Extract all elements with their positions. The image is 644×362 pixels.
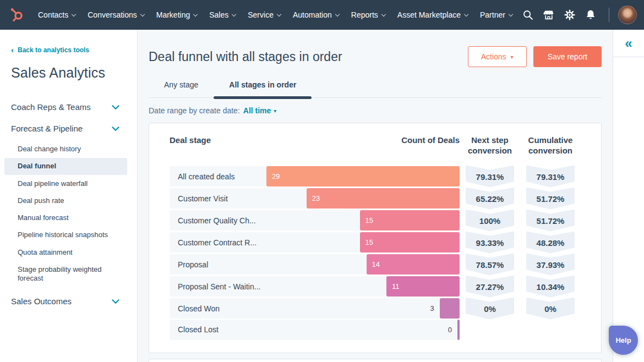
stage-strip[interactable]: Closed Lost0 xyxy=(170,320,460,340)
nav-item-contacts[interactable]: Contacts xyxy=(32,0,81,30)
sidebar-item-deal-pipeline-waterfall[interactable]: Deal pipeline waterfall xyxy=(4,175,127,192)
stage-label: Customer Quality Ch... xyxy=(170,216,256,225)
next-step-conversion-badge: 65.22% xyxy=(466,188,514,210)
sidebar-nav: Coach Reps & TeamsForecast & PipelineDea… xyxy=(0,96,137,312)
nav-item-service[interactable]: Service xyxy=(242,0,287,30)
stage-bar[interactable]: 23 xyxy=(307,188,460,209)
chevron-down-icon xyxy=(277,12,281,16)
stage-bar[interactable]: 14 xyxy=(367,254,460,275)
date-range-dropdown[interactable]: All time ▾ xyxy=(243,106,277,115)
stage-bar[interactable] xyxy=(457,320,460,340)
actions-button[interactable]: Actions ▾ xyxy=(468,46,527,67)
right-rail-header: « xyxy=(613,30,644,57)
sidebar-section-label: Forecast & Pipeline xyxy=(11,124,83,133)
funnel-row-closed-lost: Closed Lost0 xyxy=(170,320,581,340)
settings-icon[interactable] xyxy=(560,6,579,24)
nav-item-label: Sales xyxy=(209,10,228,19)
next-step-conversion-badge: 93.33% xyxy=(466,232,514,254)
chevron-down-icon xyxy=(509,12,513,16)
nav-item-automation[interactable]: Automation xyxy=(287,0,345,30)
actions-button-label: Actions xyxy=(481,52,506,61)
stage-strip[interactable]: Customer Contract R...15 xyxy=(170,232,460,253)
stage-strip[interactable]: Customer Visit23 xyxy=(170,188,460,209)
nav-divider xyxy=(609,8,609,22)
sidebar-section-forecast-pipeline[interactable]: Forecast & Pipeline xyxy=(0,118,137,139)
cumulative-conversion-badge-cell: 79.31% xyxy=(520,166,581,188)
deal-count: 23 xyxy=(307,194,320,202)
cumulative-conversion-badge: 0% xyxy=(526,298,575,320)
cumulative-conversion-badge-cell: 10.34% xyxy=(520,276,581,298)
stage-bar[interactable]: 29 xyxy=(266,166,460,187)
stage-strip[interactable]: Proposal14 xyxy=(170,254,460,275)
nav-item-label: Contacts xyxy=(38,10,68,19)
chevron-down-icon xyxy=(112,102,119,112)
search-icon[interactable] xyxy=(519,6,537,24)
sidebar-section-coach-reps-teams[interactable]: Coach Reps & Teams xyxy=(0,96,137,118)
sidebar-section-label: Coach Reps & Teams xyxy=(11,102,91,112)
page-title: Deal funnel with all stages in order xyxy=(149,50,468,64)
funnel-card: Deal stage Count of Deals Next step conv… xyxy=(149,123,602,353)
funnel-table-header: Deal stage Count of Deals Next step conv… xyxy=(170,135,581,156)
stage-bar[interactable] xyxy=(440,298,460,319)
stage-label: Proposal xyxy=(170,260,208,269)
sidebar-item-quota-attainment[interactable]: Quota attainment xyxy=(4,244,127,261)
avatar[interactable] xyxy=(618,6,637,24)
sidebar-item-stage-probability-weighted-forecast[interactable]: Stage probability weighted forecast xyxy=(4,261,127,287)
cumulative-conversion-badge: 51.72% xyxy=(526,210,575,232)
col-header-deal-stage: Deal stage xyxy=(170,135,211,145)
stage-bar[interactable]: 15 xyxy=(360,210,460,231)
stage-strip[interactable]: All created deals29 xyxy=(170,166,460,187)
collapse-panel-icon[interactable]: « xyxy=(625,37,632,50)
chevron-down-icon xyxy=(193,12,198,16)
stage-label: Customer Visit xyxy=(170,194,228,203)
chevron-down-icon xyxy=(112,297,119,306)
chevron-down-icon xyxy=(381,12,386,16)
stage-bar[interactable]: 11 xyxy=(386,276,460,297)
funnel-row-proposal-sent-waitin: Proposal Sent - Waitin...1127.27%10.34% xyxy=(170,276,581,296)
nav-item-partner[interactable]: Partner xyxy=(474,0,519,30)
stage-bar[interactable]: 15 xyxy=(360,232,460,253)
back-link-label: Back to analytics tools xyxy=(18,46,89,54)
help-button[interactable]: Help xyxy=(609,326,638,355)
hubspot-logo-icon[interactable] xyxy=(9,7,24,23)
sidebar-item-deal-push-rate[interactable]: Deal push rate xyxy=(4,193,127,209)
nav-item-sales[interactable]: Sales xyxy=(203,0,242,30)
nav-item-marketing[interactable]: Marketing xyxy=(150,0,203,30)
tab-any-stage[interactable]: Any stage xyxy=(149,80,214,97)
next-step-conversion-badge-cell: 93.33% xyxy=(460,232,520,254)
cumulative-conversion-badge: 48.28% xyxy=(526,232,575,254)
funnel-row-closed-won: Closed Won30%0% xyxy=(170,298,581,318)
tab-all-stages-in-order[interactable]: All stages in order xyxy=(214,80,312,97)
sidebar-sub-list: Deal change historyDeal funnelDeal pipel… xyxy=(0,139,137,290)
marketplace-icon[interactable] xyxy=(539,6,558,24)
funnel-row-customer-visit: Customer Visit2365.22%51.72% xyxy=(170,188,581,208)
sidebar-section-sales-outcomes[interactable]: Sales Outcomes xyxy=(0,290,137,312)
stage-strip[interactable]: Proposal Sent - Waitin...11 xyxy=(170,276,460,297)
nav-item-reports[interactable]: Reports xyxy=(345,0,391,30)
back-to-analytics-link[interactable]: ‹ Back to analytics tools xyxy=(11,46,137,54)
sidebar-item-manual-forecast[interactable]: Manual forecast xyxy=(4,210,127,226)
next-step-conversion-badge-cell: 78.57% xyxy=(460,254,520,276)
nav-item-conversations[interactable]: Conversations xyxy=(81,0,150,30)
next-step-conversion-badge: 0% xyxy=(466,298,514,320)
stage-label: All created deals xyxy=(170,172,235,181)
nav-right xyxy=(519,6,644,24)
date-range-label: Date range by create date: xyxy=(149,106,240,115)
sidebar-item-deal-funnel[interactable]: Deal funnel xyxy=(4,158,127,174)
nav-item-label: Service xyxy=(248,10,274,19)
cumulative-conversion-badge-cell: 37.93% xyxy=(520,254,581,276)
notifications-icon[interactable] xyxy=(581,6,600,24)
chevron-down-icon xyxy=(112,124,119,133)
save-report-button[interactable]: Save report xyxy=(533,46,602,67)
sidebar-item-pipeline-historical-snapshots[interactable]: Pipeline historical snapshots xyxy=(4,227,127,243)
funnel-row-all-created-deals: All created deals2979.31%79.31% xyxy=(170,166,581,186)
next-step-conversion-badge-cell: 0% xyxy=(460,298,520,320)
deal-count: 15 xyxy=(360,216,373,224)
chevron-down-icon xyxy=(72,12,76,16)
next-step-conversion-badge: 78.57% xyxy=(466,254,514,276)
stage-strip[interactable]: Customer Quality Ch...15 xyxy=(170,210,460,231)
stage-strip[interactable]: Closed Won3 xyxy=(170,298,460,319)
nav-item-asset-marketplace[interactable]: Asset Marketplace xyxy=(391,0,474,30)
sidebar-item-deal-change-history[interactable]: Deal change history xyxy=(4,141,127,157)
cumulative-conversion-badge: 10.34% xyxy=(526,276,575,298)
